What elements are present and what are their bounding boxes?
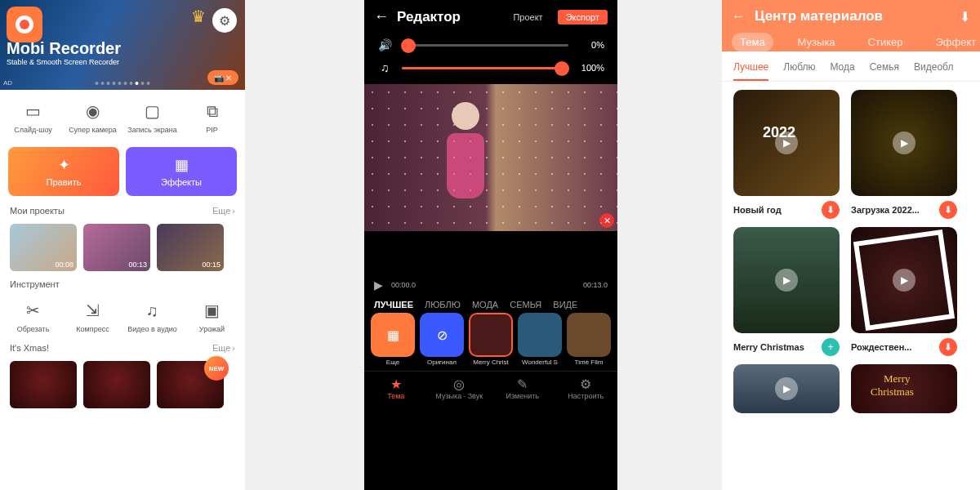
music-icon: ♫ [122,299,182,322]
video-preview[interactable]: ✕ [364,84,617,231]
xmas-more[interactable]: Еще› [212,343,235,353]
subtab-family[interactable]: Семья [870,58,899,81]
speaker-volume-slider[interactable] [402,44,568,47]
subtab-videoblog[interactable]: Видеобл [914,58,953,81]
new-badge: NEW [204,356,229,381]
play-button[interactable]: ▶ [374,278,383,292]
export-button[interactable]: Экспорт [558,10,608,24]
wand-icon: ✦ [58,156,70,174]
back-button[interactable]: ← [732,9,745,24]
pip-button[interactable]: ⧉PIP [182,100,242,134]
effects-button[interactable]: ▦Эффекты [126,147,237,196]
crop-icon: ▣ [182,299,242,322]
camera-icon [7,7,42,42]
tab-fashion[interactable]: МОДА [472,300,498,310]
camera-icon: ◉ [63,100,122,122]
video-to-audio-button[interactable]: ♫Видео в аудио [122,299,182,333]
tools-title: Инструмент [10,279,60,289]
ad-banner[interactable]: ♛ ⚙ Mobi Recorder Stable & Smooth Screen… [0,0,245,90]
download-button[interactable]: ⬇ [939,201,957,219]
xmas-thumb[interactable] [10,361,77,408]
tab-best[interactable]: ЛУЧШЕЕ [374,300,413,310]
star-icon: ★ [364,376,428,392]
project-thumb[interactable]: 00:13 [83,224,150,271]
xmas-thumb[interactable]: NEW [157,361,224,408]
project-button[interactable]: Проект [513,12,542,22]
ad-label: AD [3,79,12,87]
material-card[interactable]: MerryChristmas [851,364,957,413]
tab-music[interactable]: Музыка [790,33,844,51]
theme-tabs: ЛУЧШЕЕ ЛЮБЛЮ МОДА СЕМЬЯ ВИДЕ [364,293,617,313]
material-card[interactable]: ▶ [733,364,840,413]
xmas-title: It's Xmas! [10,343,49,353]
download-button[interactable]: ⬇ [939,338,957,356]
speaker-volume-value: 0% [578,40,604,50]
project-thumb[interactable]: 00:15 [157,224,224,271]
tab-sticker[interactable]: Стикер [860,33,911,51]
subtab-love[interactable]: Люблю [783,58,815,81]
slideshow-button[interactable]: ▭Слайд-шоу [3,100,63,134]
crop-button[interactable]: ▣Урожай [182,299,242,333]
screen-record-button[interactable]: ▢Запись экрана [122,100,182,134]
music-volume-value: 100% [578,63,604,73]
nav-adjust[interactable]: ⚙Настроить [555,372,618,403]
edit-button[interactable]: ✦Править [8,147,119,196]
editor-title: Редактор [397,9,505,25]
music-note-icon: ♫ [377,61,392,74]
xmas-thumb[interactable] [83,361,150,408]
nav-theme[interactable]: ★Тема [364,372,428,403]
gear-icon[interactable]: ⚙ [212,8,237,33]
nav-music[interactable]: ◎Музыка · Звук [428,372,492,403]
subtab-fashion[interactable]: Мода [830,58,854,81]
speaker-icon: 🔊 [377,38,392,51]
add-button[interactable]: + [822,338,840,356]
tab-video[interactable]: ВИДЕ [553,300,577,310]
theme-time-film[interactable]: Time Film [567,313,611,366]
close-overlay-button[interactable]: ✕ [599,213,614,228]
disc-icon: ◎ [428,376,492,392]
pencil-icon: ✎ [491,376,555,392]
material-card[interactable]: 2022▶ Новый год⬇ [733,90,840,219]
pip-icon: ⧉ [182,100,242,122]
download-button[interactable]: ⬇ [822,201,840,219]
subtab-best[interactable]: Лучшее [733,58,768,81]
super-camera-button[interactable]: ◉Супер камера [63,100,122,134]
tab-effect[interactable]: Эффект [928,33,981,51]
crown-icon[interactable]: ♛ [191,7,206,26]
banner-title: Mobi Recorder [7,39,238,58]
theme-more[interactable]: ▦Еще [371,313,415,366]
scissors-icon: ✂ [3,299,63,322]
material-card[interactable]: ▶ Загрузка 2022...⬇ [851,90,957,219]
slideshow-icon: ▭ [3,100,63,122]
chevron-right-icon: › [232,343,235,353]
compress-button[interactable]: ⇲Компресс [63,299,122,333]
material-card[interactable]: ▶ Merry Christmas+ [733,227,840,356]
effects-icon: ▦ [175,156,189,174]
compress-icon: ⇲ [63,299,122,322]
tab-family[interactable]: СЕМЬЯ [510,300,541,310]
projects-title: Мои проекты [10,206,65,216]
chevron-right-icon: › [232,206,235,216]
camera-badge[interactable]: 📷 ✕ [207,70,238,85]
theme-original[interactable]: ⊘Оригинал [420,313,464,366]
back-button[interactable]: ← [374,8,389,25]
theme-merry-christmas[interactable]: Merry Christ [469,313,513,366]
play-icon: ▶ [775,377,798,400]
materials-title: Центр материалов [755,8,950,24]
project-thumb[interactable]: 00:08 [10,224,77,271]
material-card[interactable]: ▶ Рождествен...⬇ [851,227,957,356]
tab-love[interactable]: ЛЮБЛЮ [425,300,461,310]
banner-pagination [96,82,150,85]
time-current: 00:00.0 [391,281,416,289]
record-icon: ▢ [122,100,182,122]
tab-theme[interactable]: Тема [732,33,773,51]
play-icon: ▶ [893,131,915,154]
theme-wonderful[interactable]: Wonderful S [518,313,562,366]
play-icon: ▶ [775,269,798,292]
download-all-icon[interactable]: ⬇ [960,9,970,24]
music-volume-slider[interactable] [402,67,568,69]
trim-button[interactable]: ✂Обрезать [3,299,63,333]
nav-edit[interactable]: ✎Изменить [491,372,555,403]
sliders-icon: ⚙ [555,376,618,392]
projects-more[interactable]: Еще› [212,206,235,216]
